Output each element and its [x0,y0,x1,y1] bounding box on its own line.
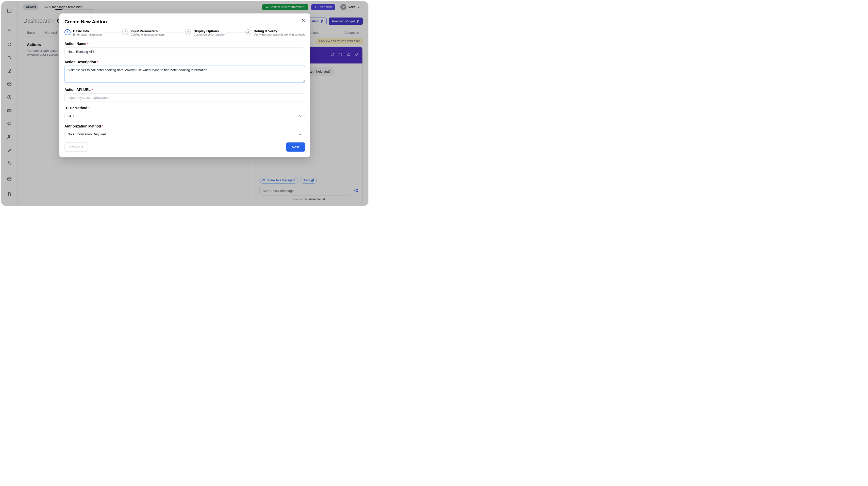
close-icon [301,18,306,23]
previous-button[interactable]: Previous [64,143,88,152]
step-subtitle: Enter basic information [73,33,102,36]
auth-method-value: No Authorization Required [67,132,106,136]
step-subtitle: Customize action display [194,33,225,36]
modal-title: Create New Action [64,19,305,25]
stepper: 1 Basic Info Enter basic information 2 I… [64,29,305,36]
step-subtitle: Configure input parameters [131,33,164,36]
action-name-input[interactable] [64,48,305,56]
step-1: 1 Basic Info Enter basic information [64,29,102,36]
action-description-label: Action Description * [64,60,305,64]
step-subtitle: Verify that your action is working corre… [254,33,305,36]
chevron-down-icon [299,132,302,136]
action-description-input[interactable] [64,66,305,83]
create-action-modal: Create New Action 1 Basic Info Enter bas… [59,13,310,157]
modal-close-button[interactable] [301,18,306,23]
action-url-input[interactable] [64,93,305,102]
action-name-label: Action Name * [64,42,305,46]
http-method-select[interactable]: GET [64,112,305,120]
step-title: Debug & Verify [254,29,305,33]
auth-method-label: Authorization Method * [64,124,305,128]
step-title: Display Options [194,29,225,33]
step-title: Basic Info [73,29,102,33]
http-method-value: GET [67,114,74,118]
step-number: 3 [185,29,191,35]
auth-method-select[interactable]: No Authorization Required [64,130,305,139]
next-button[interactable]: Next [286,143,305,152]
step-number: 1 [64,29,70,35]
step-number: 4 [245,29,251,35]
action-url-label: Action API URL * [64,88,305,92]
step-4: 4 Debug & Verify Verify that your action… [245,29,305,36]
step-title: Input Parameters [131,29,164,33]
http-method-label: HTTP Method * [64,106,305,110]
chevron-down-icon [299,114,302,118]
step-number: 2 [122,29,128,35]
step-3: 3 Display Options Customize action displ… [185,29,225,36]
step-2: 2 Input Parameters Configure input param… [122,29,164,36]
